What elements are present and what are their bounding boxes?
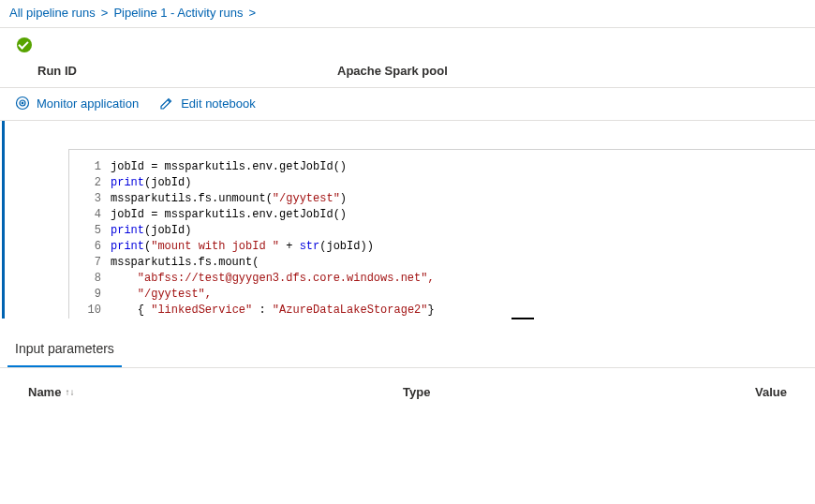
tab-input-parameters[interactable]: Input parameters (7, 332, 122, 367)
parameters-header: Name ↑↓ Type Value (0, 368, 815, 416)
resize-handle (511, 318, 534, 319)
col-type: Type (403, 385, 721, 399)
edit-notebook-button[interactable]: Edit notebook (159, 96, 256, 111)
breadcrumb-all-runs[interactable]: All pipeline runs (9, 6, 96, 20)
edit-icon (159, 96, 174, 111)
spark-pool-label: Apache Spark pool (337, 64, 448, 78)
code-editor[interactable]: 12345678910 jobId = mssparkutils.env.get… (68, 149, 815, 319)
svg-point-2 (22, 102, 23, 104)
col-name[interactable]: Name ↑↓ (28, 385, 403, 399)
monitor-icon (15, 96, 30, 111)
col-name-label: Name (28, 385, 61, 399)
edit-notebook-label: Edit notebook (181, 96, 256, 111)
breadcrumb: All pipeline runs > Pipeline 1 - Activit… (0, 0, 815, 28)
success-icon (17, 37, 32, 52)
status-row (0, 28, 815, 58)
col-value: Value (721, 385, 787, 399)
monitor-application-button[interactable]: Monitor application (15, 96, 139, 111)
line-gutter: 12345678910 (69, 159, 111, 319)
notebook-cell: 12345678910 jobId = mssparkutils.env.get… (2, 121, 815, 319)
monitor-application-label: Monitor application (37, 96, 139, 111)
toolbar: Monitor application Edit notebook (0, 87, 815, 121)
chevron-right-icon: > (101, 6, 109, 20)
code-lines: jobId = mssparkutils.env.getJobId()print… (111, 159, 815, 319)
chevron-right-icon: > (248, 6, 256, 20)
run-info: Run ID Apache Spark pool (0, 58, 815, 87)
tab-bar: Input parameters (0, 332, 815, 368)
sort-icon: ↑↓ (65, 387, 74, 397)
breadcrumb-pipeline[interactable]: Pipeline 1 - Activity runs (113, 6, 243, 20)
run-id-label: Run ID (37, 64, 337, 78)
